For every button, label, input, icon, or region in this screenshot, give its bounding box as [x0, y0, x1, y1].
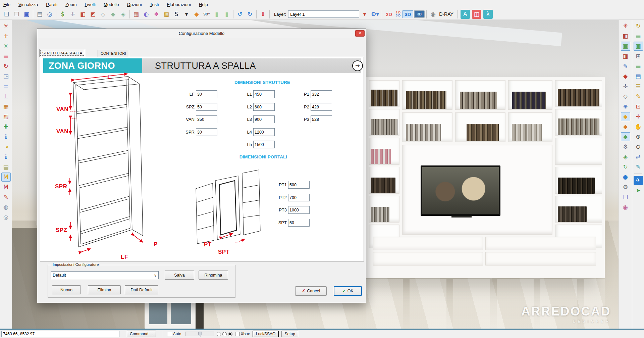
print-icon[interactable]: ▤: [35, 10, 44, 19]
zoom-out-icon[interactable]: ⊖: [634, 142, 643, 151]
tools-icon[interactable]: ⚙: [621, 142, 630, 151]
rotate-scene-icon[interactable]: ✳: [621, 21, 630, 31]
view-cube-hide-icon[interactable]: ◈: [118, 10, 128, 19]
model-info-icon[interactable]: ℹ: [1, 152, 11, 161]
menu-opzioni[interactable]: Opzioni: [127, 2, 142, 7]
export-object-icon[interactable]: ⇥: [1, 142, 11, 151]
letter-s-icon[interactable]: S: [172, 10, 181, 19]
pan-model-icon[interactable]: ✛: [1, 32, 11, 41]
new-file-icon[interactable]: ❏: [2, 10, 11, 19]
pan-hand-icon[interactable]: ✋: [634, 122, 643, 131]
l4-input[interactable]: [253, 128, 275, 136]
elimina-button[interactable]: Elimina: [88, 285, 121, 294]
ok-button[interactable]: ✔ OK: [334, 286, 362, 296]
orbit-view-icon[interactable]: ◎: [1, 213, 11, 222]
view-cube-wire-icon[interactable]: ◇: [98, 10, 108, 19]
find-object-icon[interactable]: ⊕: [621, 102, 630, 111]
select-area-icon[interactable]: ▣: [634, 42, 643, 51]
flyover-icon[interactable]: ✈: [634, 176, 643, 185]
axo-cube-icon[interactable]: ◆: [192, 10, 201, 19]
van-input[interactable]: [196, 115, 217, 123]
settings-gear-icon[interactable]: ⚙: [621, 183, 630, 192]
wall-axis-icon[interactable]: ✛: [68, 10, 77, 19]
paint-fill-icon[interactable]: ▨: [1, 112, 11, 121]
angle-90-icon[interactable]: 90°: [202, 10, 211, 19]
swap-view-icon[interactable]: ⇄: [634, 152, 643, 161]
zoom-window-icon[interactable]: ⊡: [634, 102, 643, 111]
cube-wire-icon[interactable]: ◇: [621, 92, 630, 101]
wall-layer-icon[interactable]: ▬: [634, 32, 643, 41]
cube-edit-icon[interactable]: ✎: [621, 62, 630, 71]
layer-new-icon[interactable]: ▾: [360, 10, 369, 19]
perpendicular-icon[interactable]: ⊥: [1, 92, 11, 101]
pt1-input[interactable]: [288, 181, 310, 189]
command-button[interactable]: Command ...: [127, 331, 156, 337]
rotate-icon[interactable]: ↻: [1, 62, 11, 71]
salva-button[interactable]: Salva: [165, 271, 194, 280]
annotation-lambda-icon[interactable]: λ: [483, 10, 493, 19]
eraser-icon[interactable]: ▬: [1, 52, 11, 61]
quality-slider[interactable]: [185, 332, 214, 336]
wall-front-icon[interactable]: ▮: [212, 10, 221, 19]
move-object-icon[interactable]: ✳: [1, 42, 11, 51]
spz-input[interactable]: [196, 103, 217, 111]
next-arrow-button[interactable]: →: [352, 60, 363, 71]
menu-zoom[interactable]: Zoom: [65, 2, 76, 7]
xbox-checkbox[interactable]: [235, 332, 239, 336]
green-face-icon[interactable]: ▣: [621, 42, 630, 51]
spt-input[interactable]: [288, 219, 310, 227]
slider-thumb[interactable]: [198, 332, 202, 337]
auto-checkbox[interactable]: [168, 332, 172, 336]
render-settings-icon[interactable]: ❖: [152, 10, 161, 19]
render-mode-radio-1[interactable]: [217, 332, 221, 336]
layer-settings-icon[interactable]: ⚙▾: [370, 10, 380, 19]
text-style-icon[interactable]: A: [461, 10, 470, 19]
sketchup-export-icon[interactable]: ⇓: [258, 10, 268, 19]
close-icon[interactable]: ✕: [355, 30, 365, 37]
materials-palette-icon[interactable]: ▦: [1, 102, 11, 111]
cubes-stack-icon[interactable]: ❒: [621, 193, 630, 202]
tab-contenitori[interactable]: CONTENITORI: [98, 50, 129, 57]
menu-help[interactable]: Help: [199, 2, 208, 7]
edit-geometry-icon[interactable]: ✎: [1, 193, 11, 202]
setup-button[interactable]: Setup: [281, 331, 298, 337]
p1-input[interactable]: [311, 90, 332, 98]
dropdown-arrow-icon[interactable]: ▾: [182, 10, 191, 19]
rinomina-button[interactable]: Rinomina: [199, 271, 228, 280]
wall-snap-icon[interactable]: ⊞: [634, 52, 643, 61]
pt2-input[interactable]: [288, 194, 310, 201]
l5-input[interactable]: [253, 141, 275, 148]
view-sphere-icon[interactable]: ◍: [1, 203, 11, 212]
luci-ssao-button[interactable]: Luci/SSAO: [253, 331, 279, 337]
coordinates-input[interactable]: [1, 331, 119, 337]
cube-red-icon[interactable]: ◆: [621, 72, 630, 81]
cube-orange-icon[interactable]: ◆: [621, 122, 630, 131]
nuovo-button[interactable]: Nuovo: [52, 285, 81, 294]
render-mode-radio-3[interactable]: [228, 332, 232, 336]
model-mode-icon[interactable]: M: [1, 173, 11, 182]
view-cube-left-icon[interactable]: ◧: [78, 10, 88, 19]
texture-palette-icon[interactable]: ▩: [162, 10, 171, 19]
wall-side-icon[interactable]: ▮: [222, 10, 231, 19]
dati-default-button[interactable]: Dati Default: [125, 285, 158, 294]
mode-2d-button[interactable]: 2D: [384, 11, 394, 18]
menu-testi[interactable]: Testi: [150, 2, 159, 7]
zoom-extents-icon[interactable]: ✛: [634, 112, 643, 121]
menu-elaborazioni[interactable]: Elaborazioni: [167, 2, 191, 7]
measure-icon[interactable]: ✎: [634, 92, 643, 101]
menu-visualizza[interactable]: Visualizza: [18, 2, 38, 7]
archive-icon[interactable]: ▤: [1, 162, 11, 172]
undo-icon[interactable]: ↺: [235, 10, 245, 19]
drop-icon[interactable]: ●: [621, 173, 630, 182]
p2-input[interactable]: [311, 103, 332, 111]
open-file-icon[interactable]: ❒: [12, 10, 21, 19]
menu-file[interactable]: File: [3, 2, 10, 7]
cancel-button[interactable]: ✗ Cancel: [295, 286, 327, 296]
tab-struttura-a-spalla[interactable]: STRUTTURA A SPALLA: [39, 49, 85, 57]
dray-label[interactable]: D-RAY: [439, 11, 453, 17]
pt3-input[interactable]: [288, 206, 310, 214]
spr-input[interactable]: [196, 128, 217, 136]
lf-input[interactable]: [196, 90, 217, 98]
scale-icon[interactable]: ◳: [1, 72, 11, 81]
sphere-colors-icon[interactable]: ◉: [621, 203, 630, 212]
